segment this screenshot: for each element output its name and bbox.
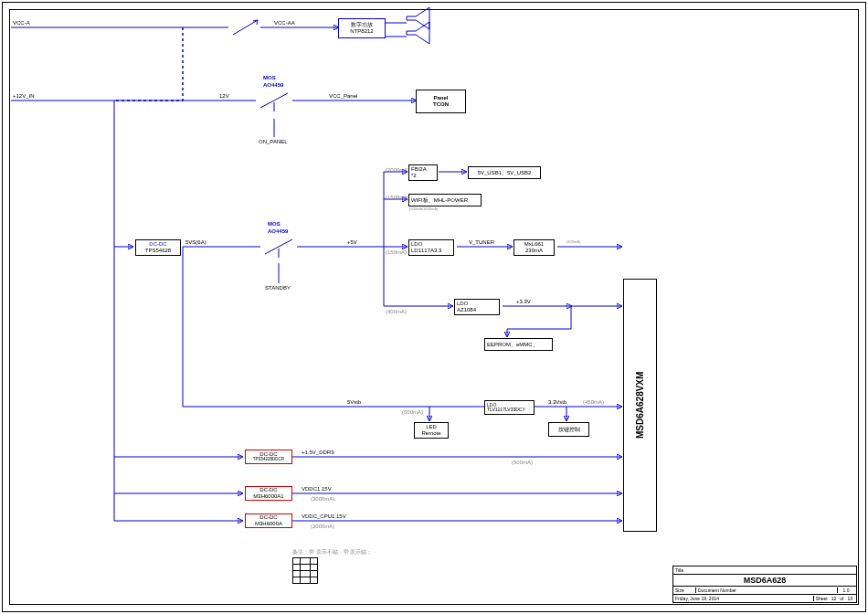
ldo2-l1: LDO [457, 301, 499, 307]
net-standby: STANDBY [265, 285, 291, 291]
chip-name: MSD6A628VXM [635, 372, 645, 439]
tb-docnum-lbl: Document Number [696, 588, 837, 593]
mxl-l1: MxL661 [514, 241, 554, 248]
footnote-table [292, 557, 318, 584]
net-3v3: +3.3V [516, 299, 531, 304]
amp-l2: NTP8212 [339, 28, 385, 35]
dcdc1-l1: DC-DC [136, 241, 180, 248]
net-3v3stb: 3.3Vstb [548, 399, 566, 405]
led-l1: LED [415, 424, 448, 430]
net-vddc-cpu: VDDC_CPU1.15V [302, 513, 346, 519]
block-dcdc4: DC-DC M3H6000A [245, 513, 292, 528]
mxl-l2: 230mA [514, 248, 554, 254]
block-ldo1: LDO LD1117A3.3 [408, 239, 454, 256]
net-on-panel: ON_PANEL [259, 139, 288, 144]
block-wifi: WIFI板、MHL-POWER [408, 194, 482, 206]
dcdc3-l1: DC-DC [246, 487, 291, 493]
eeprom-l: EEPROM、eMMC、 [487, 342, 552, 348]
tb-date: Friday, June 19, 2014 [675, 596, 813, 601]
mos1-l2: AO4459 [263, 82, 283, 88]
tb-sheet-a: 12 [830, 596, 839, 601]
tb-sheet-b: 13 [845, 596, 854, 601]
label-vcc-a: VCC-A [13, 20, 30, 26]
fb-l2: *2 [411, 173, 437, 179]
cur-vddccpu: (2000mA) [311, 524, 334, 529]
block-panel: Panel TCON [416, 90, 466, 113]
block-main-chip: MSD6A628VXM [623, 279, 657, 532]
cur-mxl: (320mA) [566, 239, 580, 244]
panel-l1: Panel [417, 95, 465, 101]
cur-3v3stb: (450mA) [583, 399, 604, 405]
net-5v: +5V [347, 239, 357, 245]
cur-wifi: (1500mA) [386, 195, 409, 200]
tb-name: MSD6A628 [744, 576, 787, 585]
net-12v: 12V [219, 93, 229, 99]
dcdc1-l2: TPS54628 [136, 248, 180, 254]
tb-title-lbl: Title [675, 567, 695, 573]
block-fb: FB/2A *2 [408, 164, 438, 181]
net-vcc-panel: VCC_Panel [329, 93, 357, 99]
cur-tuner: (150mA) [386, 249, 407, 255]
mos2-l2: AO4459 [268, 228, 288, 234]
footnote: 备注：带 表示不贴，带 表示贴； [292, 548, 372, 556]
amp-l1: 数字功放 [339, 22, 385, 28]
cur-stb: (500mA) [402, 409, 423, 415]
block-mxl: MxL661 230mA [513, 239, 555, 256]
block-ldo2: LDO AZ1084 [454, 299, 500, 315]
block-usb: 5V_USB1、5V_USB2 [468, 166, 541, 179]
ldo2-l2: AZ1084 [457, 307, 499, 313]
fb-l1: FB/2A [411, 166, 437, 173]
title-block: Title MSD6A628 Size Document Number 1.0 … [672, 566, 857, 603]
block-eeprom: EEPROM、eMMC、 [484, 338, 553, 351]
panel-l2: TCON [417, 101, 465, 108]
cur-usb: (2000mA) [386, 167, 409, 173]
ldo1-l1: LDO [411, 241, 453, 248]
net-vtuner: V_TUNER [469, 239, 494, 245]
net-ddr: +1.5V_DDR3 [302, 450, 334, 455]
net-5vstb: 5Vstb [347, 399, 361, 405]
tb-size-lbl: Size [675, 588, 696, 593]
cur-vddc1: (3000mA) [311, 496, 334, 502]
block-amp: 数字功放 NTP8212 [338, 18, 386, 38]
label-12v-in: +12V_IN [13, 93, 35, 99]
dcdc4-l2: M3H6000A [246, 521, 291, 527]
ldo3-l2: TLV1117LV33DCY [487, 408, 534, 413]
cur-3v3: (400mA) [386, 309, 407, 314]
dcdc3-l2: M3H6000A1 [246, 493, 291, 500]
block-dcdc2: DC-DC TPS54228DDCR [245, 450, 292, 464]
net-5vs: 5VS(6A) [185, 239, 206, 245]
block-dcdc3: DC-DC M3H6000A1 [245, 486, 292, 501]
wifi-l: WIFI板、MHL-POWER [411, 197, 481, 204]
block-dcdc1: DC-DC TPS54628 [135, 239, 181, 256]
block-key: 按键控制 [548, 422, 589, 437]
tb-sheet-lbl: Sheet [813, 596, 830, 601]
cur-ddr: (500mA) [512, 460, 533, 465]
net-vddc1: VDDC1.15V [302, 486, 332, 492]
mos2-l1: MOS [268, 221, 281, 227]
ldo1-l2: LD1117A3.3 [411, 248, 453, 254]
dcdc2-l2: TPS54228DDCR [246, 458, 291, 462]
key-l: 按键控制 [549, 427, 588, 433]
dcdc4-l1: DC-DC [246, 514, 291, 521]
mos1-l1: MOS [263, 75, 276, 80]
usb-l: 5V_USB1、5V_USB2 [469, 170, 540, 176]
cur-wifi-detail: (500mA/1000mA) [409, 206, 438, 211]
tb-of: of [838, 596, 845, 601]
tb-rev: 1.0 [837, 588, 854, 593]
led-l2: Remote [415, 430, 448, 437]
net-vcc-aa: VCC-AA [274, 20, 295, 26]
block-led: LED Remote [414, 422, 449, 439]
block-ldo3: LDO TLV1117LV33DCY [484, 400, 535, 415]
